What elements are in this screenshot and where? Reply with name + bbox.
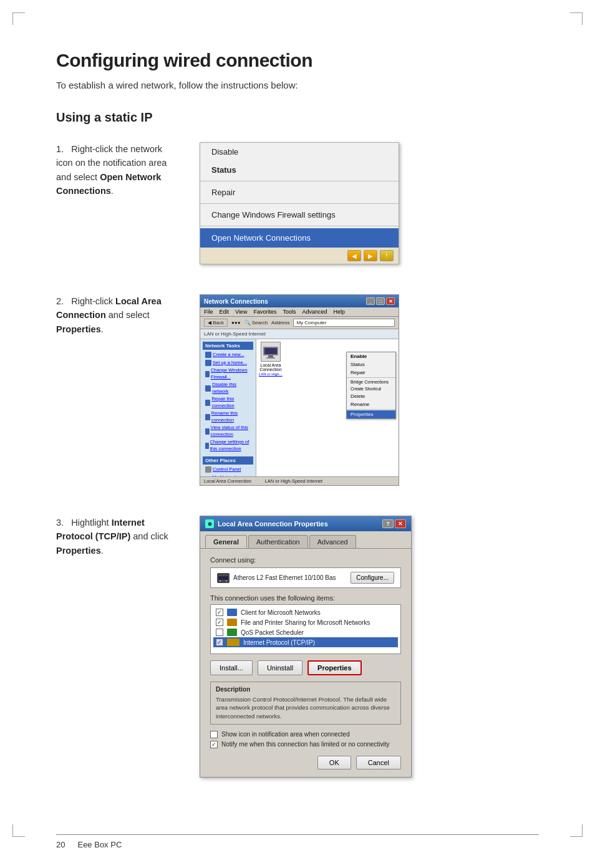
win2-menu-favorites[interactable]: Favorites (253, 309, 276, 315)
props-connect-label: Connect using: (210, 556, 401, 564)
win2-sidebar-change[interactable]: Change settings of this connection (203, 438, 253, 453)
props-item-1-checkbox[interactable] (216, 609, 223, 616)
props-configure-btn[interactable]: Configure... (351, 572, 394, 584)
props-uninstall-btn[interactable]: Uninstall (258, 660, 302, 675)
props-item-1-label: Client for Microsoft Networks (241, 609, 321, 616)
step-1-text: 1. Right-click the network icon on the n… (56, 142, 181, 198)
win2-menubar: File Edit View Favorites Tools Advanced … (200, 307, 399, 317)
win2-controls: _ □ ✕ (366, 297, 395, 305)
props-item-3[interactable]: QoS Packet Scheduler (213, 627, 398, 637)
props-properties-btn[interactable]: Properties (307, 660, 361, 675)
step-1-suffix: . (111, 186, 114, 196)
cm-bridge[interactable]: Bridge Connections (347, 379, 395, 385)
props-item-2[interactable]: File and Printer Sharing for Microsoft N… (213, 617, 398, 627)
props-cancel-btn[interactable]: Cancel (356, 756, 401, 769)
props-item-1[interactable]: Client for Microsoft Networks (213, 607, 398, 617)
step-2-text: 2. Right-click Local Area Connection and… (56, 294, 181, 336)
cp-icon (205, 466, 211, 473)
win2-context-menu: Enable Status Repair Bridge Connections … (346, 352, 396, 419)
win2-menu-tools[interactable]: Tools (283, 309, 296, 315)
conn-label: Local AreaConnectionLAN or High... (259, 363, 283, 376)
menu-item-status[interactable]: Status (200, 161, 399, 179)
props-install-btn[interactable]: Install... (210, 660, 253, 675)
win2-maximize[interactable]: □ (376, 297, 385, 305)
props-ok-btn[interactable]: OK (317, 756, 351, 769)
win2-header: LAN or High-Speed Internet (200, 329, 399, 339)
step-1-row: 1. Right-click the network icon on the n… (56, 142, 539, 264)
win2-menu-view[interactable]: View (235, 309, 247, 315)
step-3-text: 3. Hightlight Internet Protocol (TCP/IP)… (56, 516, 181, 557)
props-item-3-checkbox[interactable] (216, 629, 223, 636)
win2-forward-btn[interactable]: ●●● (231, 320, 241, 326)
menu-item-open-connections[interactable]: Open Network Connections (200, 228, 399, 248)
taskbar-btn-warning: ! (380, 250, 394, 261)
cm-rename[interactable]: Rename (347, 400, 395, 408)
cm-shortcut[interactable]: Create Shortcut (347, 385, 395, 392)
props-item-2-checkbox[interactable] (216, 619, 223, 626)
win2-sidebar-view[interactable]: View status of this connection (203, 424, 253, 438)
props-show-icon-label: Show icon in notification area when conn… (221, 731, 350, 738)
props-title-group: ⊕ Local Area Connection Properties (205, 519, 328, 528)
props-tab-auth[interactable]: Authentication (248, 535, 308, 548)
menu-item-disable[interactable]: Disable (200, 143, 399, 161)
win2-sidebar-cp[interactable]: Control Panel (203, 466, 253, 474)
win2-menu-file[interactable]: File (204, 309, 213, 315)
svg-rect-7 (226, 580, 227, 582)
props-tab-general[interactable]: General (205, 535, 247, 548)
win2-address-bar[interactable]: My Computer (293, 319, 395, 327)
cm-repair[interactable]: Repair (347, 369, 395, 377)
menu-item-firewall[interactable]: Change Windows Firewall settings (200, 206, 399, 224)
win2-sidebar-setup[interactable]: Set up a home... (203, 359, 253, 367)
win2-close[interactable]: ✕ (386, 297, 395, 305)
props-tabs: General Authentication Advanced (200, 531, 411, 548)
screenshot-menu-1: Disable Status Repair Change Windows Fir… (200, 142, 399, 264)
local-area-conn-icon[interactable] (261, 342, 281, 362)
win2-menu-edit[interactable]: Edit (220, 309, 230, 315)
step-3-suffix: . (101, 546, 104, 556)
props-title-text: Local Area Connection Properties (218, 520, 328, 528)
win2-sidebar-mynet[interactable]: My Network Places (203, 474, 253, 477)
win2-menu-help[interactable]: Help (333, 309, 345, 315)
props-items-label: This connection uses the following items… (210, 594, 401, 602)
step-3-mid: and click (130, 531, 168, 541)
win2-body: Network Tasks Create a new... Set up a h… (200, 339, 399, 476)
props-notify-label: Notify me when this connection has limit… (221, 741, 390, 748)
win2-sidebar-repair[interactable]: Repair this connection (203, 395, 253, 410)
corner-mark-bl (12, 824, 25, 837)
win2-header-label: LAN or High-Speed Internet (204, 331, 266, 337)
win2-search-btn[interactable]: 🔍 Search (244, 320, 268, 326)
props-connect-box: Atheros L2 Fast Ethernet 10/100 Bas Conf… (210, 567, 401, 588)
cm-enable[interactable]: Enable (347, 352, 395, 360)
win2-back-btn[interactable]: ◀ Back (204, 319, 228, 327)
props-notify-checkbox[interactable] (210, 741, 218, 748)
win2-menu-advanced[interactable]: Advanced (302, 309, 327, 315)
cm-delete[interactable]: Delete (347, 392, 395, 400)
nic-icon (217, 573, 230, 583)
page-footer: 20 Eee Box PC (56, 834, 539, 849)
win2-minimize[interactable]: _ (366, 297, 375, 305)
win2-sidebar-title: Network Tasks (203, 342, 253, 350)
win2-sidebar-rename[interactable]: Rename this connection (203, 410, 253, 424)
props-checkbox-row-1: Show icon in notification area when conn… (210, 731, 401, 738)
step-3-row: 3. Hightlight Internet Protocol (TCP/IP)… (56, 516, 539, 778)
step-2-plain: Right-click (71, 296, 115, 306)
win2-sidebar-firewall[interactable]: Change Windows Firewall... (203, 367, 253, 381)
win2-sidebar-disable[interactable]: Disable this network (203, 381, 253, 395)
props-item-4[interactable]: Internet Protocol (TCP/IP) (213, 637, 398, 647)
svg-rect-2 (268, 355, 273, 357)
firewall-icon (205, 371, 210, 377)
step-3-image: ⊕ Local Area Connection Properties ? ✕ G… (200, 516, 539, 778)
props-close-btn[interactable]: ✕ (395, 519, 406, 528)
props-help-btn[interactable]: ? (382, 519, 394, 528)
change-icon (205, 443, 209, 449)
props-show-icon-checkbox[interactable] (210, 731, 218, 738)
win2-sidebar-create[interactable]: Create a new... (203, 351, 253, 359)
props-tab-advanced[interactable]: Advanced (309, 535, 356, 548)
cm-properties[interactable]: Properties (347, 410, 395, 418)
props-item-1-icon (227, 609, 237, 616)
menu-item-repair[interactable]: Repair (200, 183, 399, 201)
props-item-4-checkbox[interactable] (216, 639, 223, 646)
win2-status2: LAN or High-Speed Internet (265, 478, 323, 484)
props-items-list: Client for Microsoft Networks File and P… (210, 604, 401, 654)
cm-status[interactable]: Status (347, 360, 395, 369)
